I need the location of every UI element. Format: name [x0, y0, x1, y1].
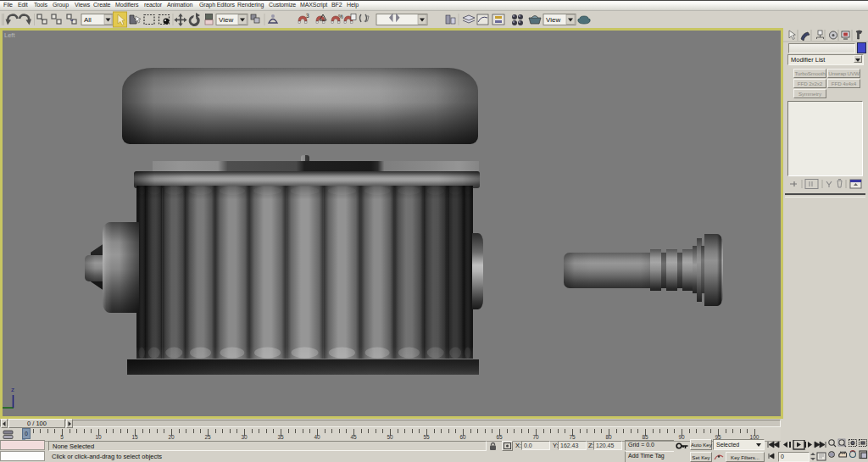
svg-text:View: View [219, 16, 233, 24]
svg-text:3: 3 [306, 13, 309, 19]
svg-text:View: View [546, 16, 560, 24]
svg-text:z: z [11, 386, 14, 393]
svg-text:%: % [338, 14, 343, 19]
